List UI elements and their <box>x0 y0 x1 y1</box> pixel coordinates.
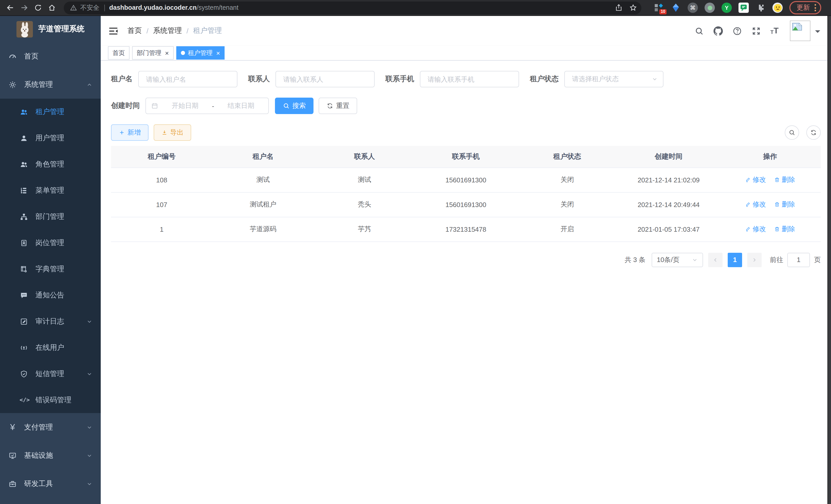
date-range-picker[interactable]: 开始日期 - 结束日期 <box>145 98 269 114</box>
start-date-placeholder: 开始日期 <box>163 101 207 111</box>
sidebar-item-payment[interactable]: ¥ 支付管理 <box>0 413 101 441</box>
github-icon[interactable] <box>713 26 723 36</box>
browser-update-button[interactable]: 更新 <box>790 1 821 14</box>
monitor-icon <box>8 451 17 459</box>
system-submenu: 租户管理 用户管理 角色管理 菜单管理 部门管理 <box>0 99 101 413</box>
add-button[interactable]: 新增 <box>111 124 148 141</box>
bookmark-star-icon[interactable] <box>629 4 637 12</box>
header-search-icon[interactable] <box>694 26 704 36</box>
window-scrollbar-strip[interactable] <box>827 16 831 504</box>
hamburger-icon[interactable] <box>108 25 119 36</box>
status-select-placeholder: 请选择租户状态 <box>572 75 619 84</box>
goto-page-input[interactable] <box>787 253 810 267</box>
app-title: 芋道管理系统 <box>38 24 85 34</box>
sidebar-item-tenant[interactable]: 租户管理 <box>0 99 101 125</box>
contact-input[interactable] <box>276 71 375 87</box>
user-menu[interactable] <box>790 21 820 41</box>
sidebar-item-post[interactable]: 岗位管理 <box>0 230 101 256</box>
toggle-search-button[interactable] <box>785 125 799 140</box>
extensions-puzzle-icon[interactable] <box>755 3 766 13</box>
caret-down-icon <box>815 30 820 35</box>
page-number-button[interactable]: 1 <box>728 253 742 267</box>
address-bar[interactable]: 不安全 dashboard.yudao.iocoder.cn/system/te… <box>64 1 641 14</box>
page-size-select[interactable]: 10条/页 <box>652 253 703 267</box>
breadcrumb-system[interactable]: 系统管理 <box>153 26 182 35</box>
page-unit-label: 页 <box>814 255 821 264</box>
cell-contact: 芋艿 <box>314 217 415 241</box>
extension-gem-icon[interactable] <box>671 3 681 13</box>
delete-link[interactable]: 删除 <box>774 225 795 234</box>
next-page-button[interactable] <box>747 253 762 267</box>
table-row: 1 芋道源码 芋艿 17321315478 开启 2021-01-05 17:0… <box>111 217 821 241</box>
end-date-placeholder: 结束日期 <box>219 101 263 111</box>
avatar[interactable] <box>790 21 810 41</box>
prev-page-button[interactable] <box>708 253 722 267</box>
help-icon[interactable] <box>732 26 742 36</box>
search-button-label: 搜索 <box>292 101 306 111</box>
tenant-name-input[interactable] <box>138 71 237 87</box>
browser-home-button[interactable] <box>45 1 59 14</box>
reset-button[interactable]: 重置 <box>319 98 357 114</box>
status-label: 租户状态 <box>530 75 558 84</box>
edit-link[interactable]: 修改 <box>745 175 766 184</box>
sidebar-item-error-code[interactable]: </> 错误码管理 <box>0 387 101 413</box>
sidebar-item-label: 短信管理 <box>35 369 64 378</box>
goto-label: 前往 <box>770 255 783 264</box>
sidebar-item-dict[interactable]: 字典管理 <box>0 256 101 282</box>
cell-created: 2021-01-05 17:03:47 <box>618 217 719 241</box>
sidebar-item-home[interactable]: 首页 <box>0 42 101 70</box>
home-icon <box>48 4 56 12</box>
sidebar-item-sms[interactable]: 短信管理 <box>0 361 101 387</box>
chevron-right-icon <box>751 257 757 263</box>
tab-dept[interactable]: 部门管理 × <box>132 46 173 60</box>
edit-label: 修改 <box>753 175 766 184</box>
update-label: 更新 <box>797 3 810 12</box>
profile-avatar-icon[interactable] <box>772 3 783 13</box>
dictionary-icon <box>20 265 28 273</box>
sidebar-item-user[interactable]: 用户管理 <box>0 125 101 151</box>
contact-label: 联系人 <box>248 75 270 84</box>
font-size-icon[interactable]: TT <box>770 27 779 35</box>
tab-home[interactable]: 首页 <box>108 46 130 60</box>
browser-forward-button[interactable] <box>17 1 31 14</box>
tab-tenant[interactable]: 租户管理 × <box>176 46 225 60</box>
sidebar-item-label: 支付管理 <box>24 422 53 432</box>
refresh-icon <box>326 102 334 110</box>
export-button[interactable]: 导出 <box>154 124 191 141</box>
sidebar-item-dept[interactable]: 部门管理 <box>0 203 101 230</box>
yen-icon: ¥ <box>8 422 17 432</box>
share-icon[interactable] <box>614 4 623 12</box>
extension-y-icon[interactable]: Y <box>721 3 732 13</box>
sidebar-logo[interactable]: 芋道管理系统 <box>0 16 101 42</box>
browser-reload-button[interactable] <box>31 1 45 14</box>
mobile-input[interactable] <box>420 71 519 87</box>
refresh-table-button[interactable] <box>806 125 821 140</box>
cell-status: 关闭 <box>516 168 618 192</box>
sidebar-item-audit-log[interactable]: 审计日志 <box>0 308 101 334</box>
sidebar-item-notice[interactable]: 通知公告 <box>0 282 101 308</box>
breadcrumb-home[interactable]: 首页 <box>127 26 142 35</box>
close-icon[interactable]: × <box>216 50 220 56</box>
search-icon <box>283 102 290 110</box>
delete-link[interactable]: 删除 <box>774 175 795 184</box>
sidebar-item-role[interactable]: 角色管理 <box>0 151 101 177</box>
extension-tag-assistant-icon[interactable]: 10 <box>654 3 664 13</box>
search-button[interactable]: 搜索 <box>275 98 314 114</box>
security-label: 不安全 <box>80 3 99 12</box>
extension-command-icon[interactable]: ⌘ <box>688 3 698 13</box>
browser-back-button[interactable] <box>3 1 17 14</box>
sidebar-item-infrastructure[interactable]: 基础设施 <box>0 441 101 470</box>
extension-recorder-icon[interactable] <box>705 3 715 13</box>
fullscreen-icon[interactable] <box>751 26 761 36</box>
sidebar-item-system[interactable]: 系统管理 <box>0 70 101 99</box>
sidebar-item-online-users[interactable]: 在线用户 <box>0 334 101 361</box>
edit-link[interactable]: 修改 <box>745 200 766 209</box>
close-icon[interactable]: × <box>165 50 169 56</box>
edit-link[interactable]: 修改 <box>745 225 766 234</box>
status-select[interactable]: 请选择租户状态 <box>564 71 663 87</box>
sidebar-item-dev-tools[interactable]: 研发工具 <box>0 470 101 498</box>
extension-chat-icon[interactable] <box>739 3 749 13</box>
delete-link[interactable]: 删除 <box>774 200 795 209</box>
sidebar-item-menu[interactable]: 菜单管理 <box>0 177 101 203</box>
browser-menu-icon[interactable] <box>814 4 816 11</box>
